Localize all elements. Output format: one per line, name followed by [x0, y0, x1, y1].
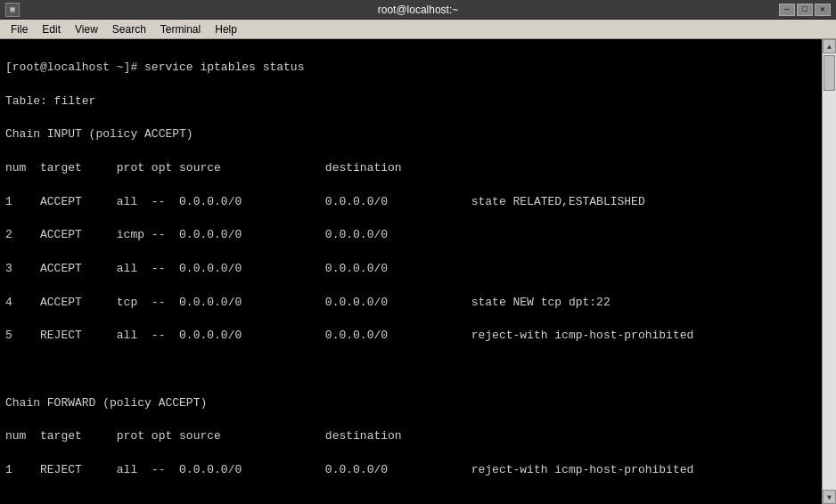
terminal-content[interactable]: [root@localhost ~]# service iptables sta… — [0, 39, 822, 504]
terminal-line: Chain FORWARD (policy ACCEPT) — [5, 395, 816, 412]
terminal-line: 2 ACCEPT icmp -- 0.0.0.0/0 0.0.0.0/0 — [5, 227, 816, 244]
close-button[interactable]: ✕ — [815, 4, 831, 16]
terminal-line: num target prot opt source destination — [5, 160, 816, 177]
window-title: root@localhost:~ — [378, 4, 459, 16]
maximize-button[interactable]: □ — [797, 4, 813, 16]
scrollbar-track[interactable] — [823, 53, 836, 490]
terminal-line — [5, 496, 816, 504]
window-icon: ▣ — [5, 3, 20, 17]
terminal-line: [root@localhost ~]# service iptables sta… — [5, 60, 816, 77]
menu-search[interactable]: Search — [105, 21, 153, 37]
menu-terminal[interactable]: Terminal — [153, 21, 208, 37]
menu-file[interactable]: File — [4, 21, 35, 37]
menu-view[interactable]: View — [68, 21, 105, 37]
menu-help[interactable]: Help — [208, 21, 244, 37]
minimize-button[interactable]: ─ — [779, 4, 795, 16]
scrollbar-thumb[interactable] — [824, 55, 835, 91]
terminal-line: 1 ACCEPT all -- 0.0.0.0/0 0.0.0.0/0 stat… — [5, 194, 816, 211]
menu-bar: File Edit View Search Terminal Help — [0, 20, 836, 39]
terminal-line: 5 REJECT all -- 0.0.0.0/0 0.0.0.0/0 reje… — [5, 328, 816, 345]
scrollbar[interactable]: ▲ ▼ — [822, 39, 836, 504]
terminal-line: Table: filter — [5, 93, 816, 110]
menu-edit[interactable]: Edit — [35, 21, 68, 37]
terminal-line — [5, 362, 816, 378]
scroll-up-button[interactable]: ▲ — [823, 39, 836, 53]
window-controls[interactable]: ─ □ ✕ — [779, 4, 831, 16]
terminal-line: 3 ACCEPT all -- 0.0.0.0/0 0.0.0.0/0 — [5, 261, 816, 278]
terminal-line: num target prot opt source destination — [5, 428, 816, 445]
scroll-down-button[interactable]: ▼ — [823, 490, 836, 504]
terminal-line: 1 REJECT all -- 0.0.0.0/0 0.0.0.0/0 reje… — [5, 462, 816, 479]
terminal-line: 4 ACCEPT tcp -- 0.0.0.0/0 0.0.0.0/0 stat… — [5, 295, 816, 312]
terminal-wrapper: [root@localhost ~]# service iptables sta… — [0, 39, 836, 504]
title-bar: ▣ root@localhost:~ ─ □ ✕ — [0, 0, 836, 20]
terminal-line: Chain INPUT (policy ACCEPT) — [5, 126, 816, 143]
